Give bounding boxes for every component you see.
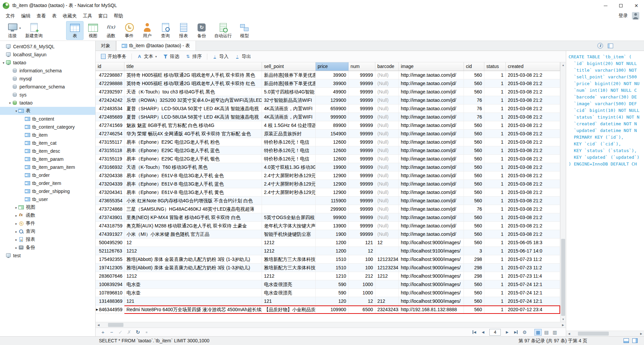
cell-cid[interactable]: 76	[464, 113, 484, 121]
cell-sell_point[interactable]	[262, 205, 316, 213]
minimize-button[interactable]	[598, 0, 613, 11]
cell-sell_point[interactable]: 原装正品贵族拆封	[262, 130, 316, 138]
cell-created[interactable]: 2015-07-23 11:2	[506, 264, 560, 272]
cell-image[interactable]: http://localhost:9000/images/	[399, 289, 464, 297]
table-tb-content-category[interactable]: tb_content_category	[0, 123, 95, 131]
cell-barcode[interactable]: (Null)	[375, 163, 399, 171]
cell-sell_point[interactable]: 【品质好物】小金刚品质	[262, 305, 316, 314]
cell-id[interactable]: 473655354	[96, 197, 124, 205]
menu-item-help[interactable]: 帮助	[111, 11, 126, 20]
cell-image[interactable]: http://image.taotao.com/jd/	[399, 205, 464, 213]
cell-image[interactable]: http://image.taotao.com/jd/	[399, 96, 464, 105]
cell-title[interactable]: 易丰（Ephone）E61V-B 电信3G老人手机 黄色	[124, 188, 262, 197]
cell-image[interactable]: http://image.taotao.com/jd/	[399, 79, 464, 88]
cell-cid[interactable]: 560	[464, 230, 484, 238]
cell-cid[interactable]: 3	[464, 247, 484, 255]
cell-price[interactable]: 1210	[316, 272, 348, 280]
cell-sell_point[interactable]: 5英寸OGS全贴合屏四核	[262, 213, 316, 222]
table-tb-order[interactable]: tb_order	[0, 171, 95, 179]
user-avatar-icon[interactable]	[632, 12, 639, 19]
expand-arrow-icon[interactable]: ▸	[14, 206, 18, 209]
category-events[interactable]: ▸事件	[0, 219, 95, 227]
cell-created[interactable]: 2015-03-08 21:2	[506, 213, 560, 222]
cell-created[interactable]: 2015-03-08 21:2	[506, 121, 560, 130]
cell-num[interactable]: 99999	[348, 230, 375, 238]
db-information-schema[interactable]: information_schema	[0, 67, 95, 75]
new-query-button[interactable]: 新建查询	[22, 21, 46, 40]
cell-image[interactable]: http://image.taotao.com/jd/	[399, 88, 464, 96]
column-header-id[interactable]: id	[96, 62, 124, 71]
cell-barcode[interactable]: 121232343	[375, 255, 399, 264]
cell-cid[interactable]: 560	[464, 238, 484, 247]
menu-item-tools[interactable]: 工具	[80, 11, 95, 20]
cell-id[interactable]: 474391927	[96, 230, 124, 238]
cell-num[interactable]: 99999	[348, 105, 375, 113]
cell-title[interactable]: 小米 红米Note 8G内存移动4G合约增强版 不含合约计划 白色	[124, 197, 262, 205]
column-header-cid[interactable]: cid	[464, 62, 484, 71]
category-tables[interactable]: ▾表	[0, 107, 95, 115]
cell-price[interactable]: 1200	[316, 238, 348, 247]
table-tb-item-desc[interactable]: tb_item_desc	[0, 147, 95, 155]
cell-image[interactable]: http://image.taotao.com/jd/	[399, 180, 464, 188]
cell-price[interactable]: 89900	[316, 121, 348, 130]
cell-sell_point[interactable]: 4K高清画质，内置WIFI	[262, 113, 316, 121]
table-row[interactable]: 472424242乐华（ROWA）32S200 32英寸安卓4.0+超窄边内置W…	[96, 96, 560, 105]
table-row[interactable]: 175492355雅培(Abbott) 亲体 金装喜康力幼儿配方奶粉 3段 (1…	[96, 255, 560, 264]
cell-cid[interactable]: 560	[464, 155, 484, 163]
cell-barcode[interactable]: (Null)	[375, 96, 399, 105]
delete-record-button[interactable]	[108, 329, 116, 336]
cell-status[interactable]: 1	[484, 213, 506, 222]
cell-num[interactable]: 99999	[348, 130, 375, 138]
cell-price[interactable]: 154900	[316, 130, 348, 138]
table-row[interactable]: 52112676312121212120012http://localhost:…	[96, 247, 560, 255]
cell-barcode[interactable]: (Null)	[375, 205, 399, 213]
cell-cid[interactable]: 560	[464, 121, 484, 130]
cell-title[interactable]: 易丰（Ephone）E61V-B 电信3G老人手机 金色	[124, 171, 262, 180]
cell-id[interactable]: 473743901	[96, 213, 124, 222]
table-row[interactable]: 13148836912112112012212http://localhost:…	[96, 297, 560, 305]
cell-title[interactable]: 121	[124, 297, 262, 305]
form-view-button[interactable]: ▤	[543, 329, 550, 336]
cell-id[interactable]: 474318759	[96, 222, 124, 230]
cell-cid[interactable]: 560	[464, 180, 484, 188]
db-mysql[interactable]: mysql	[0, 75, 95, 83]
cell-status[interactable]: 1	[484, 180, 506, 188]
cell-num[interactable]: 99999	[348, 88, 375, 96]
users-button[interactable]: 用户	[139, 21, 156, 40]
models-button[interactable]: 模型	[236, 21, 253, 40]
automation-button[interactable]: 自动运行	[211, 21, 235, 40]
cell-id[interactable]: 472746254	[96, 130, 124, 138]
cell-created[interactable]: 2015-03-08 21:2	[506, 113, 560, 121]
table-row[interactable]: 197412305雅培(Abbott) 亲体 金装喜康力幼儿配方奶粉 3段 (1…	[96, 264, 560, 272]
table-row[interactable]: 473155119易丰（Ephone）E29C 电信2G老人手机 银色特价秒杀1…	[96, 155, 560, 163]
cell-barcode[interactable]: (Null)	[375, 105, 399, 113]
cell-price[interactable]: 1900	[316, 230, 348, 238]
cell-status[interactable]: 1	[484, 146, 506, 155]
cell-image[interactable]: http://localhost:9000/images/	[399, 297, 464, 305]
cell-barcode[interactable]: (Null)	[375, 155, 399, 163]
cell-id[interactable]: 107896810	[96, 289, 124, 297]
cell-barcode[interactable]: (Null)	[375, 130, 399, 138]
expand-arrow-icon[interactable]: ▸	[14, 230, 18, 233]
scroll-up-button[interactable]: ▲	[560, 62, 566, 68]
cell-image[interactable]: http://image.taotao.com/jd/	[399, 171, 464, 180]
table-tb-item-param[interactable]: tb_item_param	[0, 155, 95, 163]
filter-button[interactable]: 筛选	[160, 52, 182, 61]
cell-num[interactable]: 99999	[348, 171, 375, 180]
cell-image[interactable]: http://192.168.81.132:8888	[399, 305, 464, 314]
cell-id[interactable]: 473724868	[96, 205, 124, 213]
cell-cid[interactable]: 560	[464, 213, 484, 222]
cell-title[interactable]: 奥克斯(AUX) M288 移动联通2G老人手机 双卡双待 土豪金	[124, 222, 262, 230]
cell-num[interactable]: 99999	[348, 213, 375, 222]
cell-cid[interactable]: 76	[464, 205, 484, 213]
cell-image[interactable]: http://localhost:9000/images/	[399, 255, 464, 264]
cell-title[interactable]: 天语（K-Touch）T60 移动3G手机 黑色	[124, 163, 262, 171]
cell-barcode[interactable]: (Null)	[375, 113, 399, 121]
scroll-down-button[interactable]: ▼	[560, 317, 566, 322]
cell-sell_point[interactable]: 4K高清画质，内置WIFI	[262, 105, 316, 113]
cell-sell_point[interactable]: 4.0英寸双核1.3G 移动3G	[262, 163, 316, 171]
vertical-scrollbar-thumb[interactable]	[561, 239, 565, 316]
ddl-scrollbar-thumb[interactable]	[578, 332, 609, 336]
cell-title[interactable]: 英特奇 H005福旺 移动/联通2G 唱戏老年人手机 双卡双待 红色	[124, 79, 262, 88]
cell-price[interactable]: 1510	[316, 255, 348, 264]
